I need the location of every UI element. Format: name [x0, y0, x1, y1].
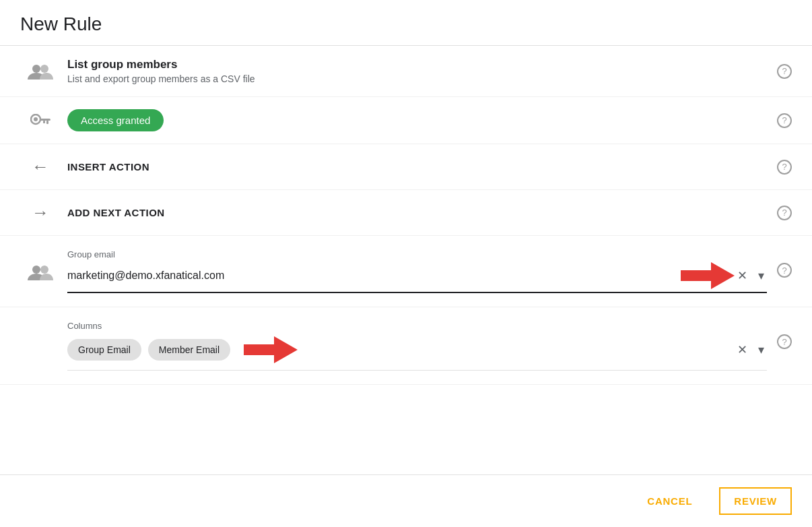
list-group-help[interactable]: ?	[765, 64, 792, 79]
clear-columns-button[interactable]: ✕	[735, 341, 750, 359]
key-icon	[20, 114, 61, 127]
svg-point-7	[32, 266, 40, 274]
people-icon	[20, 62, 61, 81]
columns-help[interactable]: ?	[767, 321, 792, 349]
svg-point-8	[40, 266, 48, 274]
columns-icon	[20, 321, 61, 334]
columns-row: Columns Group Email Member Email ✕ ▾	[0, 307, 812, 385]
list-group-members-row: List group members List and export group…	[0, 46, 812, 97]
page-title: New Rule	[0, 0, 812, 45]
svg-marker-10	[244, 336, 298, 363]
access-badge: Access granted	[67, 109, 164, 131]
add-next-action-help[interactable]: ?	[765, 206, 792, 220]
help-icon-2[interactable]: ?	[777, 113, 792, 128]
help-icon-4[interactable]: ?	[777, 206, 792, 220]
help-icon-6[interactable]: ?	[777, 334, 792, 349]
group-email-people-icon	[20, 249, 61, 282]
list-group-subtitle: List and export group members as a CSV f…	[67, 73, 765, 84]
svg-point-1	[40, 65, 48, 73]
insert-action-row[interactable]: ← INSERT ACTION ?	[0, 144, 812, 190]
red-arrow-1	[674, 262, 735, 289]
insert-action-label: INSERT ACTION	[67, 161, 765, 173]
columns-label: Columns	[67, 321, 767, 331]
add-next-action-label: ADD NEXT ACTION	[67, 207, 765, 218]
list-group-title: List group members	[67, 58, 765, 71]
dropdown-group-email-button[interactable]: ▾	[755, 267, 767, 284]
help-icon-5[interactable]: ?	[777, 263, 792, 278]
group-email-value[interactable]: marketing@demo.xfanatical.com	[67, 270, 674, 282]
svg-point-3	[34, 117, 38, 121]
group-email-row: Group email marketing@demo.xfanatical.co…	[0, 236, 812, 307]
footer: CANCEL REVIEW	[0, 474, 812, 527]
group-email-section: Group email marketing@demo.xfanatical.co…	[61, 249, 767, 293]
group-email-help[interactable]: ?	[767, 249, 792, 278]
member-email-tag[interactable]: Member Email	[148, 339, 230, 361]
svg-rect-6	[43, 121, 45, 123]
red-arrow-2	[237, 336, 298, 363]
list-group-content: List group members List and export group…	[61, 58, 765, 84]
columns-tags: Group Email Member Email	[67, 336, 728, 363]
review-button[interactable]: REVIEW	[719, 487, 792, 515]
help-icon-3[interactable]: ?	[777, 160, 792, 175]
svg-marker-9	[681, 262, 735, 289]
svg-point-0	[32, 65, 40, 73]
dropdown-columns-button[interactable]: ▾	[755, 341, 767, 359]
group-email-tag[interactable]: Group Email	[67, 339, 141, 361]
insert-action-help[interactable]: ?	[765, 160, 792, 175]
columns-input-row: Group Email Member Email ✕ ▾	[67, 336, 767, 371]
access-content: Access granted	[61, 109, 765, 131]
columns-section: Columns Group Email Member Email ✕ ▾	[61, 321, 767, 371]
group-email-input-row: marketing@demo.xfanatical.com ✕ ▾	[67, 262, 767, 293]
cancel-button[interactable]: CANCEL	[634, 487, 706, 515]
access-help[interactable]: ?	[765, 113, 792, 128]
group-email-controls: ✕ ▾	[735, 267, 767, 284]
add-next-action-content: ADD NEXT ACTION	[61, 207, 765, 218]
clear-group-email-button[interactable]: ✕	[735, 267, 750, 284]
next-action-icon: →	[20, 202, 61, 223]
insert-action-content: INSERT ACTION	[61, 161, 765, 173]
access-granted-row: Access granted ?	[0, 97, 812, 144]
insert-icon: ←	[20, 156, 61, 177]
page-container: New Rule List group members List and exp…	[0, 0, 812, 527]
content-area[interactable]: List group members List and export group…	[0, 46, 812, 474]
svg-rect-4	[40, 119, 50, 121]
group-email-label: Group email	[67, 249, 767, 259]
help-icon-1[interactable]: ?	[777, 64, 792, 79]
svg-rect-5	[46, 121, 48, 124]
add-next-action-row[interactable]: → ADD NEXT ACTION ?	[0, 190, 812, 236]
columns-controls: ✕ ▾	[735, 341, 767, 359]
